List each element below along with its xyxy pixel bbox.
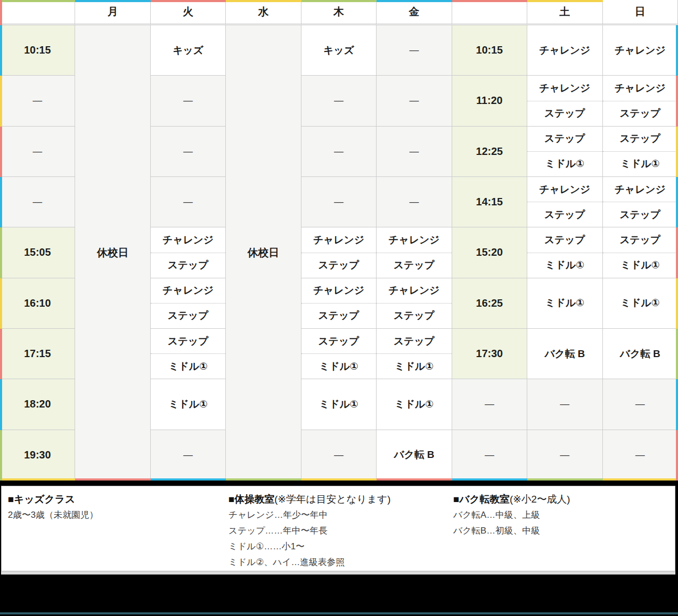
class-entry: チャレンジ [603,76,677,101]
class-entry: ミドル① [603,152,677,176]
day-header-fri: 金 [377,0,452,25]
legend-kids: ■キッズクラス 2歳〜3歳（未就園児） [8,492,98,523]
border-segment [0,379,2,430]
class-entry: ミドル① [377,354,451,379]
border-segment [527,0,602,2]
time-cell-empty: — [0,76,75,126]
legend-line: バク転A…中級、上級 [453,507,570,523]
class-entry: チャレンジ [151,227,225,253]
day-header-thu: 木 [301,0,377,25]
class-entry: チャレンジ [301,278,376,304]
schedule-cell-empty: — [527,430,602,481]
schedule-cell-empty: — [377,177,452,227]
legend-kids-title: ■キッズクラス [8,492,98,507]
border-segment [226,0,301,2]
schedule-cell-empty: — [301,430,377,481]
day-header-sat: 土 [527,0,602,25]
day-header-mon: 月 [75,0,150,25]
border-segment [75,0,150,2]
class-entry: ステップ [301,253,376,278]
schedule-cell-empty: — [377,127,452,177]
schedule-cell-empty: — [151,430,226,481]
time-cell-empty: — [0,127,75,177]
class-entry: ミドル① [527,152,602,176]
border-segment [0,278,2,329]
time-cell: 15:20 [452,227,527,278]
legend-title-note: (※小2〜成人) [509,494,570,505]
class-entry: ステップ [377,304,451,328]
class-entry: チャレンジ [603,177,677,202]
class-entry: ステップ [603,101,677,126]
schedule-cell-empty: — [301,76,377,126]
legend-line: ミドル①……小1〜 [228,539,391,555]
legend-line: 2歳〜3歳（未就園児） [8,507,98,523]
schedule-cell-split: チャレンジ ステップ [527,177,602,227]
border-segment [0,76,2,126]
border-segment [0,0,2,25]
class-entry: チャレンジ [301,227,376,253]
schedule-cell-split: チャレンジ ステップ [301,227,377,278]
day-header-tue: 火 [151,0,226,25]
border-segment [452,478,527,481]
border-segment [226,478,301,481]
schedule-cell: ミドル① [151,379,226,430]
class-entry: ステップ [301,329,376,354]
schedule-cell: ミドル① [603,278,678,329]
class-entry: ステップ [527,202,602,227]
schedule-cell-split: ステップ ミドル① [527,127,602,177]
class-entry: ミドル① [151,354,225,379]
legend-gymnastics: ■体操教室(※学年は目安となります) チャレンジ…年少〜年中 ステップ……年中〜… [228,492,391,570]
legend-title-bold: ■バク転教室 [453,494,509,505]
class-entry: ミドル① [301,354,376,379]
border-segment [676,0,678,25]
border-segment [377,478,452,481]
border-segment [676,278,678,329]
legend-panel: ■キッズクラス 2歳〜3歳（未就園児） ■体操教室(※学年は目安となります) チ… [1,486,675,571]
legend-gymnastics-title: ■体操教室(※学年は目安となります) [228,492,391,507]
border-segment [527,478,602,481]
schedule-cell: バク転 B [527,329,602,379]
class-entry: チャレンジ [377,227,451,253]
schedule-cell: ミドル① [301,379,377,430]
border-segment [151,478,226,481]
schedule-cell-empty: — [151,127,226,177]
closed-cell-mon: 休校日 [75,25,150,481]
border-segment [676,76,678,126]
schedule-cell-split: チャレンジ ステップ [151,227,226,278]
time-cell: 16:25 [452,278,527,329]
schedule-cell-empty: — [377,76,452,126]
schedule-cell-split: ステップ ミドル① [151,329,226,379]
time-cell: 15:05 [0,227,75,278]
time-cell-empty: — [0,177,75,227]
time-cell-empty: — [452,430,527,481]
class-entry: ステップ [301,304,376,328]
time-cell: 10:15 [0,25,75,76]
border-segment [676,329,678,379]
schedule-cell-empty: — [603,379,678,430]
schedule-table: 月 火 水 木 金 土 日 10:15 — — — 15:05 16:10 17… [0,0,678,481]
schedule-cell-empty: — [527,379,602,430]
schedule-cell-split: ステップ ミドル① [603,127,678,177]
schedule-cell-split: ステップ ミドル① [603,227,678,278]
class-entry: チャレンジ [527,76,602,101]
schedule-cell: ミドル① [377,379,452,430]
class-entry: チャレンジ [377,278,451,304]
legend-panel-shadow [1,571,675,575]
time-cell: 19:30 [0,430,75,481]
border-segment [0,478,75,481]
schedule-cell-empty: — [301,177,377,227]
schedule-cell-split: ステップ ミドル① [527,227,602,278]
schedule-cell-split: チャレンジ ステップ [603,76,678,126]
schedule-cell-split: ステップ ミドル① [377,329,452,379]
time-cell: 18:20 [0,379,75,430]
schedule-cell: キッズ [301,25,377,76]
border-segment [377,0,452,2]
border-segment [676,379,678,430]
schedule-cell-empty: — [151,177,226,227]
schedule-cell-split: チャレンジ ステップ [301,278,377,329]
class-entry: ステップ [603,227,677,253]
border-segment [301,0,377,2]
schedule-cell-empty: — [377,25,452,76]
schedule-cell-split: チャレンジ ステップ [603,177,678,227]
border-segment [0,0,75,2]
